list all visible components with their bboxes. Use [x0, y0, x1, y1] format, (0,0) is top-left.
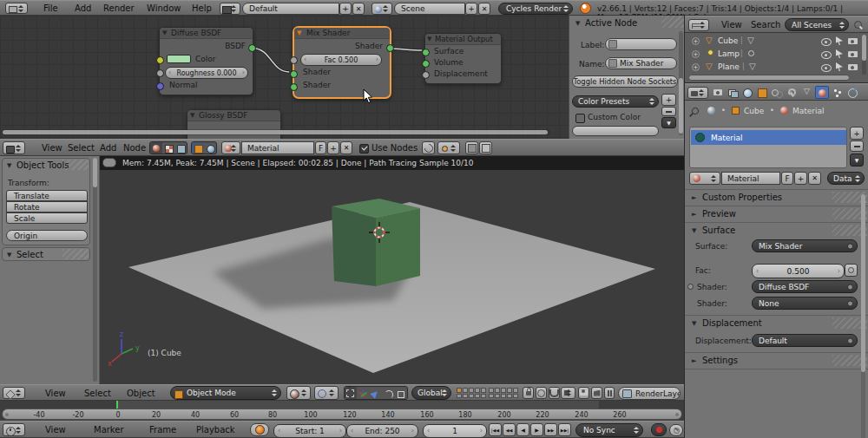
arc-manipulator[interactable] [382, 387, 395, 399]
render-info-handle[interactable] [102, 158, 116, 167]
expand-icon[interactable]: ► [692, 194, 696, 201]
keying-set-button[interactable] [669, 424, 683, 436]
link-dot-icon[interactable] [847, 337, 853, 343]
panel-corner-grip[interactable] [62, 249, 89, 259]
editor-type-dropdown[interactable] [3, 141, 25, 154]
collapse-icon[interactable]: ▼ [7, 252, 11, 258]
visibility-eye-icon[interactable] [821, 51, 832, 59]
panel-settings[interactable]: ► Settings [685, 353, 868, 369]
tab-render-layers[interactable] [727, 88, 739, 98]
socket-bsdf-output[interactable] [248, 44, 256, 52]
transform-orientation-dropdown[interactable]: Global [411, 386, 451, 400]
slider-right-arrow-icon[interactable]: › [339, 427, 342, 435]
panel-corner-grip[interactable] [661, 16, 684, 28]
node-header[interactable]: ▼ Mix Shader [294, 28, 390, 39]
editor-type-dropdown[interactable] [5, 3, 28, 14]
slider-left-arrow-icon[interactable]: ‹ [351, 427, 353, 435]
tree-type-buttons[interactable] [149, 141, 187, 154]
pause-button[interactable] [604, 387, 615, 399]
outliner-row-plane[interactable]: + ▽ Plane | ▽ [685, 61, 868, 74]
display-filter-dropdown[interactable]: All Scenes [785, 18, 849, 31]
sync-dropdown[interactable]: No Sync [575, 423, 643, 437]
link-dot-icon[interactable] [847, 300, 853, 306]
scrollbar-thumb[interactable] [861, 194, 865, 372]
expand-icon[interactable]: ► [692, 357, 696, 364]
scene-icon-dropdown[interactable] [372, 3, 392, 15]
unlink-material-button[interactable]: ✕ [340, 141, 352, 154]
slider-left-arrow-icon[interactable]: ‹ [756, 267, 759, 275]
add-preset-button[interactable]: + [661, 94, 676, 106]
slider-left-arrow-icon[interactable]: ‹ [304, 56, 306, 63]
shader2-dropdown[interactable]: None [752, 297, 858, 310]
link-dot-icon[interactable] [847, 284, 853, 290]
snap-button[interactable] [422, 141, 435, 154]
socket-volume-input[interactable] [422, 60, 430, 68]
collapse-icon[interactable]: ▼ [190, 112, 194, 119]
texture-nodes-tab[interactable] [162, 142, 174, 154]
add-layout-button[interactable]: + [339, 3, 352, 15]
slider-right-arrow-icon[interactable]: › [242, 69, 245, 76]
tab-render[interactable] [713, 88, 724, 98]
outliner-row-cube[interactable]: + ▽ Cube | ▽ [685, 35, 868, 48]
pivot-point-dropdown[interactable] [314, 386, 339, 400]
screen-layout-icon-dropdown[interactable] [220, 3, 240, 15]
breadcrumb-object[interactable]: Cube [744, 107, 764, 115]
snap-element-dropdown[interactable] [561, 387, 575, 399]
slider-left-arrow-icon[interactable]: ‹ [278, 427, 280, 435]
translate-manipulator[interactable] [357, 387, 370, 399]
fac-slider[interactable]: ‹ 0.500 › [752, 264, 845, 278]
add-slot-button[interactable]: + [850, 127, 864, 140]
shader-link-radio[interactable] [687, 284, 694, 290]
slider-right-arrow-icon[interactable]: › [411, 427, 414, 435]
collapse-icon[interactable]: ▼ [427, 36, 431, 42]
expand-icon[interactable]: ► [692, 211, 696, 218]
menu-render[interactable]: Render [103, 3, 135, 13]
rotate-manipulator[interactable] [369, 387, 382, 399]
collapse-icon[interactable]: ▼ [575, 20, 580, 27]
slider-left-arrow-icon[interactable]: ‹ [168, 69, 171, 76]
close-layout-button[interactable]: ✕ [352, 3, 365, 15]
record-button[interactable] [651, 423, 667, 436]
material-name-field[interactable]: Material [721, 172, 780, 185]
collapse-icon[interactable]: ▼ [692, 227, 696, 234]
renderability-camera-icon[interactable] [848, 51, 858, 57]
collapse-icon[interactable]: ▼ [162, 29, 167, 36]
scrollbar-thumb[interactable] [862, 35, 866, 61]
menu-add[interactable]: Add [75, 3, 91, 13]
current-frame-field[interactable]: ‹ 1 › [423, 424, 487, 438]
scrollbar-thumb[interactable] [3, 130, 548, 134]
manipulator-toggle[interactable] [345, 387, 357, 399]
breadcrumb-material[interactable]: Material [792, 107, 825, 115]
origin-button[interactable]: Origin [6, 230, 88, 241]
link-dot-icon[interactable] [847, 243, 853, 249]
outliner-hscrollbar[interactable] [688, 75, 850, 81]
color-presets-dropdown[interactable]: Color Presets [572, 95, 659, 108]
material-slot-list[interactable]: Material [689, 127, 847, 168]
screen-layout-field[interactable]: Default [242, 3, 339, 15]
proportional-edit-button[interactable] [536, 387, 547, 399]
selectability-pointer-icon[interactable] [836, 36, 843, 45]
menu-marker[interactable]: Marker [94, 425, 124, 435]
object-context-tab[interactable] [192, 142, 204, 154]
timeline-ruler[interactable]: -40 -20 0 20 40 60 80 100 120 140 160 18… [0, 401, 684, 421]
material-browse-dropdown[interactable] [221, 141, 240, 154]
lock-button[interactable] [523, 387, 534, 399]
panel-surface[interactable]: ▼ Surface [685, 223, 868, 239]
tab-object[interactable] [757, 88, 768, 98]
slider-right-arrow-icon[interactable]: › [480, 427, 483, 435]
viewport-shading-dropdown[interactable] [286, 386, 311, 400]
link-data-dropdown[interactable]: Data [827, 172, 865, 185]
expand-icon[interactable]: + [692, 37, 700, 45]
layers-grid-2[interactable] [489, 388, 518, 398]
collapse-icon[interactable]: ▼ [692, 320, 696, 327]
properties-vscrollbar[interactable] [861, 194, 865, 438]
use-preview-range-button[interactable] [250, 423, 269, 436]
prev-keyframe-button[interactable]: ◀◀ [503, 423, 516, 436]
slider-left-arrow-icon[interactable]: ‹ [427, 427, 430, 435]
socket-shader2-input[interactable] [290, 83, 298, 91]
start-frame-field[interactable]: ‹ Start: 1 › [273, 424, 346, 438]
displacement-dropdown[interactable]: Default [752, 334, 858, 347]
node-editor-hscrollbar[interactable] [2, 129, 550, 135]
socket-surface-input[interactable] [422, 49, 430, 56]
node-material-output[interactable]: ▼ Material Output Surface Volume Displac… [424, 33, 502, 84]
